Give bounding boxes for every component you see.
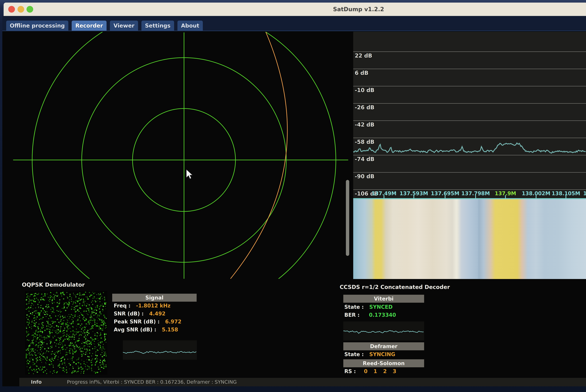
viterbi-ber-value: 0.173340: [369, 312, 396, 318]
freq-tick: [566, 195, 566, 198]
signal-peak-snr-value: 6.972: [165, 319, 181, 324]
deframer-state-row: State : SYNCING: [344, 351, 395, 359]
freq-tick: [413, 195, 414, 198]
signal-peak-snr-row: Peak SNR (dB) : 6.972: [114, 319, 181, 326]
rs-value-0: 0: [364, 368, 368, 374]
signal-peak-snr-label: Peak SNR (dB) :: [114, 319, 160, 324]
minimize-window-button[interactable]: [17, 6, 24, 12]
tab-about[interactable]: About: [177, 20, 203, 31]
viterbi-ber-label: BER :: [344, 312, 360, 318]
freq-tick: [505, 195, 506, 198]
constellation-diagram[interactable]: [25, 291, 107, 375]
signal-snr-label: SNR (dB) :: [114, 311, 144, 316]
deframer-state-value: SYNCING: [369, 351, 395, 357]
fft-trace: [353, 32, 586, 198]
tab-offline-processing[interactable]: Offline processing: [6, 20, 68, 31]
decoder-title: CCSDS r=1/2 Concatenated Decoder: [340, 284, 450, 290]
signal-avg-snr-value: 5.158: [162, 326, 178, 332]
signal-avg-snr-label: Avg SNR (dB) :: [114, 326, 156, 332]
deframer-header: Deframer: [343, 342, 424, 350]
status-info-label: Info: [31, 379, 42, 385]
signal-snr-row: SNR (dB) : 4.492: [114, 311, 165, 319]
window-title: SatDump v1.2.2: [333, 6, 384, 12]
signal-freq-value: -1.8012 kHz: [136, 303, 170, 308]
zoom-window-button[interactable]: [26, 6, 33, 12]
rs-value-2: 2: [383, 368, 387, 374]
freq-tick: [475, 195, 476, 198]
reed-solomon-row: RS : 0 1 2 3: [344, 368, 401, 376]
signal-freq-row: Freq : -1.8012 kHz: [114, 303, 170, 311]
signal-avg-snr-row: Avg SNR (dB) : 5.158: [114, 326, 178, 334]
tab-recorder[interactable]: Recorder: [72, 20, 106, 31]
signal-snr-value: 4.492: [149, 311, 165, 316]
rs-label: RS :: [344, 368, 356, 374]
tab-bar: Offline processing Recorder Viewer Setti…: [2, 16, 586, 31]
status-message: Progress inf%, Viterbi : SYNCED BER : 0.…: [67, 379, 237, 385]
signal-freq-label: Freq :: [114, 303, 130, 308]
viterbi-state-label: State :: [344, 304, 364, 310]
freq-tick: [445, 195, 446, 198]
tracking-polar-plot[interactable]: [2, 31, 352, 279]
viterbi-state-value: SYNCED: [369, 304, 393, 310]
viterbi-ber-row: BER : 0.173340: [344, 312, 396, 320]
window-titlebar: SatDump v1.2.2: [3, 2, 586, 16]
freq-tick: [384, 195, 384, 198]
waterfall-top-line: [353, 198, 586, 199]
snr-history-graph: [123, 340, 197, 360]
tab-viewer[interactable]: Viewer: [110, 20, 138, 31]
freq-tick: [536, 195, 537, 198]
close-window-button[interactable]: [8, 6, 15, 12]
rs-value-1: 1: [374, 368, 377, 374]
deframer-state-label: State :: [344, 351, 364, 357]
rs-value-3: 3: [393, 368, 396, 374]
status-bar: Info Progress inf%, Viterbi : SYNCED BER…: [19, 378, 586, 386]
reed-solomon-header: Reed-Solomon: [343, 359, 424, 367]
viterbi-state-row: State : SYNCED: [344, 304, 393, 312]
signal-panel-header: Signal: [112, 294, 197, 302]
fft-spectrum-panel[interactable]: 22 dB 6 dB -10 dB -26 dB -42 dB -58 dB -…: [353, 32, 586, 198]
viterbi-header: Viterbi: [343, 295, 424, 303]
demodulator-title: OQPSK Demodulator: [22, 282, 85, 288]
waterfall-display[interactable]: [353, 199, 586, 279]
viterbi-ber-graph: [343, 322, 424, 340]
tab-settings[interactable]: Settings: [141, 20, 174, 31]
freq-axis-label: 1: [583, 190, 586, 196]
vertical-scrollbar[interactable]: [346, 180, 349, 256]
screen: SatDump v1.2.2 Offline processing Record…: [0, 0, 586, 392]
